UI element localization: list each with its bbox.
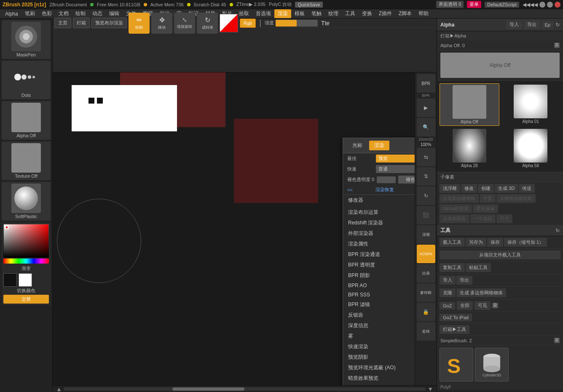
external-renderer-item[interactable]: 外部渲染器 — [343, 228, 415, 239]
mirror-strip-btn[interactable]: ⇆ — [417, 148, 435, 166]
make3d-btn[interactable]: 生成 3D — [495, 184, 518, 193]
animate-strip-btn[interactable]: ▶ — [417, 99, 435, 117]
alpha-r-btn[interactable]: R — [554, 43, 560, 48]
scale-btn[interactable]: ⤡ 缩放旋转 — [174, 13, 195, 34]
render-bool-item[interactable]: 渲染布尔运算 — [343, 207, 415, 218]
fast-value[interactable]: 普通 — [376, 165, 415, 173]
matte-slider[interactable] — [377, 176, 396, 183]
modify-btn[interactable]: 修改 — [461, 184, 477, 193]
default-script-btn[interactable]: DefaultZScript — [485, 2, 519, 8]
tool-refresh-icon[interactable]: ↻ — [555, 228, 560, 234]
fog-item[interactable]: 雾 — [343, 331, 415, 341]
send-btn[interactable]: 传送 — [519, 184, 535, 193]
revolve-strip-btn[interactable]: 处转 — [417, 322, 435, 341]
menu-tool[interactable]: 工具 — [342, 9, 359, 18]
redshift-item[interactable]: Redshift 渲染器 — [343, 218, 415, 228]
menu-doc[interactable]: 文档 — [55, 9, 72, 18]
save-num-btn[interactable]: 保存（缩号加 1） — [504, 238, 547, 247]
fast-render-item[interactable]: 快速渲染 — [343, 341, 415, 352]
export-alpha-btn[interactable]: 导出 — [524, 20, 540, 29]
save-as-btn[interactable]: 另存为 — [466, 238, 486, 247]
draw-mode-btn[interactable]: ✏ 绘制 — [129, 13, 150, 34]
bpr-transparency-item[interactable]: BPR 透明度 — [343, 260, 415, 270]
menu-brush[interactable]: 笔刷 — [21, 9, 38, 18]
all-btn[interactable]: 全部 — [457, 301, 473, 310]
bpr-filter-item[interactable]: BPR 滤镜 — [343, 299, 415, 310]
nav-center-btn[interactable]: 渲染恢复 — [375, 187, 394, 193]
create-btn[interactable]: 创建 — [478, 184, 494, 193]
bpr-shadow-item[interactable]: BPR 阴影 — [343, 270, 415, 281]
color-swatch-dark[interactable] — [3, 273, 17, 287]
bpr-channel-item[interactable]: BPR 渲染通道 — [343, 249, 415, 260]
goz-btn[interactable]: GoZ — [440, 302, 455, 309]
menu-draw[interactable]: 绘制 — [72, 9, 89, 18]
ep-alpha-btn[interactable]: Ep — [542, 21, 554, 29]
color-display[interactable] — [220, 14, 238, 32]
visible-btn[interactable]: 可见 — [475, 301, 491, 310]
maximize-button[interactable] — [547, 2, 553, 8]
color-gradient-square[interactable] — [3, 224, 49, 258]
scroll-track[interactable] — [64, 387, 426, 391]
brush-softplastic[interactable]: SoftPlastic — [2, 182, 51, 221]
save-tool-btn[interactable]: 保存 — [487, 238, 503, 247]
brush-alpha-off[interactable]: Alpha Off — [2, 101, 51, 140]
poly-btn[interactable]: 生成 多边形网格物体 — [456, 288, 506, 297]
menu-stencil[interactable]: 模板 — [291, 9, 308, 18]
paste-tool-btn[interactable]: 粘贴工具 — [466, 263, 491, 272]
quick-save-btn[interactable]: QuickSave — [295, 2, 322, 8]
close-button[interactable] — [555, 2, 560, 8]
export2-btn[interactable]: 导出 — [456, 276, 472, 285]
lang-strip-btn[interactable]: 渲视 — [417, 225, 435, 244]
menu-prefs[interactable]: 首选项 — [252, 9, 274, 18]
brush-maskpen[interactable]: MaskPen — [2, 20, 51, 59]
alpha-cell-28[interactable]: Alpha 28 — [440, 128, 499, 169]
menu-zplugin[interactable]: Z插件 — [375, 9, 395, 18]
rgb-button[interactable]: Rgb — [240, 19, 256, 28]
alpha-off-thumb-big[interactable]: Alpha Off — [440, 53, 560, 78]
sym-strip-btn[interactable]: 参对称 — [417, 283, 435, 302]
light-tab[interactable]: 光标 — [347, 141, 367, 150]
home-button[interactable]: 主页 — [54, 18, 71, 28]
menu-stroke[interactable]: 笔触 — [308, 9, 325, 18]
import-alpha-btn[interactable]: 导入 — [506, 20, 522, 29]
invert-strip-btn[interactable]: ⬛ — [417, 206, 435, 224]
flip-strip-btn[interactable]: ⇅ — [417, 167, 435, 186]
menu-color[interactable]: 色彩 — [38, 9, 55, 18]
rgb-intensity-slider[interactable] — [276, 20, 318, 27]
floor-strip-btn[interactable]: 比肩 — [417, 264, 435, 283]
alpha-refresh-icon[interactable]: ↻ — [555, 22, 560, 28]
clone-btn[interactable]: 克隆 — [440, 288, 456, 297]
brush-texture-off[interactable]: Texture Off — [2, 141, 51, 180]
cylinder3d-thumb[interactable]: Cylinder3D — [475, 348, 509, 381]
r2-btn[interactable]: R — [492, 303, 498, 308]
relief-btn[interactable]: 浅浮雕 — [440, 184, 460, 193]
canvas[interactable]: 光标 渲染 最佳 预览 快速 普通 褪色透明度 0 — [53, 72, 415, 385]
simple-brush-thumb[interactable]: S — [440, 348, 473, 381]
load-project-btn[interactable]: 从项目文件载入工具 — [440, 251, 560, 259]
copy-tool-btn[interactable]: 复制工具 — [440, 263, 465, 272]
environment-item[interactable]: 环境 — [343, 384, 415, 385]
nav-left-btn[interactable]: << — [347, 187, 353, 192]
preview-render-button[interactable]: 预览布尔渲染 — [91, 18, 127, 28]
scroll-left-arrow[interactable]: ▲ — [54, 386, 64, 392]
hue-bar[interactable] — [3, 259, 49, 264]
depth-info-item[interactable]: 深度信息 — [343, 320, 415, 331]
bpr-strip-btn[interactable]: BPR — [417, 74, 435, 93]
wax-preview-item[interactable]: 蜡质效果预览 — [343, 373, 415, 384]
move-btn[interactable]: ✥ 移动 — [151, 13, 172, 34]
ac50-strip-btn[interactable]: AC50% — [417, 245, 435, 263]
modifier-item[interactable]: 修改器 — [343, 195, 415, 205]
menu-help[interactable]: 帮助 — [415, 9, 432, 18]
render-tab[interactable]: 渲染 — [369, 141, 389, 150]
goz-ipad-btn[interactable]: GoZ To iPad — [440, 314, 472, 321]
menu-zscript[interactable]: Z脚本 — [395, 9, 415, 18]
color-swatch-light[interactable] — [19, 273, 32, 287]
rotate-btn[interactable]: ↻ 成转体 — [197, 13, 218, 34]
lightbox-tool-btn[interactable]: 灯箱▶工具 — [440, 325, 469, 334]
alpha-cell-01[interactable]: Alpha 01 — [501, 83, 561, 126]
menu-render[interactable]: 渲染 — [274, 9, 291, 18]
rotate-strip-btn[interactable]: ↻ — [417, 187, 435, 205]
preview-shadow-item[interactable]: 预览阴影 — [343, 352, 415, 363]
lightbox-alpha-btn[interactable]: 灯箱▶Alpha — [437, 31, 563, 41]
load-tool-btn[interactable]: 载入工具 — [440, 238, 465, 247]
